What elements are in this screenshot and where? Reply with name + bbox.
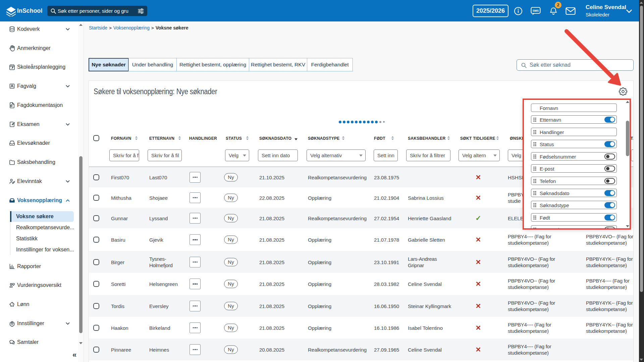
svg-text:SMS: SMS: [533, 9, 539, 12]
